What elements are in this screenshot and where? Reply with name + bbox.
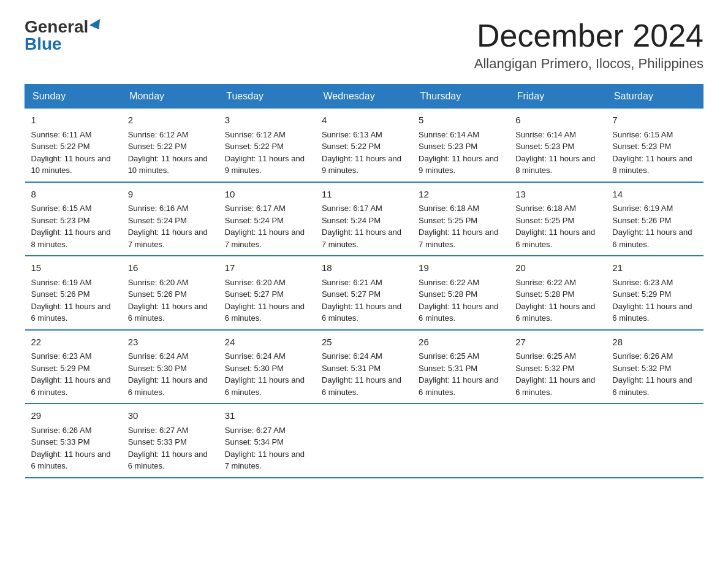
day-info: Sunrise: 6:26 AMSunset: 5:33 PMDaylight:…: [31, 426, 111, 471]
header-thursday: Thursday: [412, 85, 509, 109]
day-number: 4: [322, 113, 406, 128]
calendar-week-row: 8Sunrise: 6:15 AMSunset: 5:23 PMDaylight…: [25, 182, 703, 256]
day-number: 5: [419, 113, 503, 128]
calendar-week-row: 15Sunrise: 6:19 AMSunset: 5:26 PMDayligh…: [25, 256, 703, 330]
calendar-cell: [316, 404, 412, 478]
day-info: Sunrise: 6:24 AMSunset: 5:31 PMDaylight:…: [322, 351, 401, 397]
page-header: General Blue December 2024 Allangigan Pr…: [25, 18, 703, 72]
day-info: Sunrise: 6:17 AMSunset: 5:24 PMDaylight:…: [322, 204, 401, 249]
calendar-cell: 24Sunrise: 6:24 AMSunset: 5:30 PMDayligh…: [219, 330, 316, 404]
day-info: Sunrise: 6:23 AMSunset: 5:29 PMDaylight:…: [31, 351, 111, 397]
day-info: Sunrise: 6:19 AMSunset: 5:26 PMDaylight:…: [31, 278, 111, 323]
day-number: 14: [612, 188, 697, 202]
calendar-cell: 27Sunrise: 6:25 AMSunset: 5:32 PMDayligh…: [509, 330, 606, 404]
day-info: Sunrise: 6:14 AMSunset: 5:23 PMDaylight:…: [515, 130, 595, 175]
calendar-cell: 28Sunrise: 6:26 AMSunset: 5:32 PMDayligh…: [606, 330, 703, 404]
day-number: 6: [515, 113, 600, 128]
day-info: Sunrise: 6:18 AMSunset: 5:25 PMDaylight:…: [515, 204, 595, 249]
main-title: December 2024: [474, 18, 703, 53]
calendar-cell: 11Sunrise: 6:17 AMSunset: 5:24 PMDayligh…: [316, 182, 412, 256]
header-sunday: Sunday: [25, 85, 122, 109]
day-number: 19: [419, 261, 503, 275]
header-friday: Friday: [509, 85, 606, 109]
day-info: Sunrise: 6:24 AMSunset: 5:30 PMDaylight:…: [225, 351, 305, 397]
day-info: Sunrise: 6:26 AMSunset: 5:32 PMDaylight:…: [612, 351, 692, 397]
day-number: 9: [128, 188, 213, 202]
day-number: 17: [225, 261, 309, 275]
calendar-cell: 9Sunrise: 6:16 AMSunset: 5:24 PMDaylight…: [122, 182, 219, 256]
calendar-cell: 13Sunrise: 6:18 AMSunset: 5:25 PMDayligh…: [509, 182, 606, 256]
calendar-cell: 4Sunrise: 6:13 AMSunset: 5:22 PMDaylight…: [316, 109, 412, 182]
calendar-table: SundayMondayTuesdayWednesdayThursdayFrid…: [25, 84, 703, 478]
day-number: 12: [419, 188, 503, 202]
day-info: Sunrise: 6:22 AMSunset: 5:28 PMDaylight:…: [515, 278, 595, 323]
header-tuesday: Tuesday: [219, 85, 316, 109]
header-wednesday: Wednesday: [316, 85, 412, 109]
day-info: Sunrise: 6:19 AMSunset: 5:26 PMDaylight:…: [612, 204, 692, 249]
day-info: Sunrise: 6:20 AMSunset: 5:27 PMDaylight:…: [225, 278, 305, 323]
calendar-cell: 18Sunrise: 6:21 AMSunset: 5:27 PMDayligh…: [316, 256, 412, 330]
header-monday: Monday: [122, 85, 219, 109]
day-info: Sunrise: 6:25 AMSunset: 5:32 PMDaylight:…: [515, 351, 595, 397]
header-saturday: Saturday: [606, 85, 703, 109]
day-number: 1: [31, 113, 116, 128]
calendar-cell: 30Sunrise: 6:27 AMSunset: 5:33 PMDayligh…: [122, 404, 219, 478]
calendar-cell: 3Sunrise: 6:12 AMSunset: 5:22 PMDaylight…: [219, 109, 316, 182]
day-number: 21: [612, 261, 697, 275]
calendar-cell: 5Sunrise: 6:14 AMSunset: 5:23 PMDaylight…: [412, 109, 509, 182]
logo-triangle-icon: [89, 19, 104, 33]
day-info: Sunrise: 6:20 AMSunset: 5:26 PMDaylight:…: [128, 278, 208, 323]
day-number: 10: [225, 188, 309, 202]
day-info: Sunrise: 6:18 AMSunset: 5:25 PMDaylight:…: [419, 204, 498, 249]
calendar-cell: 15Sunrise: 6:19 AMSunset: 5:26 PMDayligh…: [25, 256, 122, 330]
day-number: 24: [225, 335, 309, 350]
calendar-cell: 12Sunrise: 6:18 AMSunset: 5:25 PMDayligh…: [412, 182, 509, 256]
calendar-cell: 14Sunrise: 6:19 AMSunset: 5:26 PMDayligh…: [606, 182, 703, 256]
calendar-cell: 21Sunrise: 6:23 AMSunset: 5:29 PMDayligh…: [606, 256, 703, 330]
calendar-cell: 31Sunrise: 6:27 AMSunset: 5:34 PMDayligh…: [219, 404, 316, 478]
day-number: 23: [128, 335, 213, 350]
day-info: Sunrise: 6:15 AMSunset: 5:23 PMDaylight:…: [612, 130, 692, 175]
calendar-cell: 8Sunrise: 6:15 AMSunset: 5:23 PMDaylight…: [25, 182, 122, 256]
day-number: 2: [128, 113, 213, 128]
day-info: Sunrise: 6:27 AMSunset: 5:34 PMDaylight:…: [225, 426, 305, 471]
day-info: Sunrise: 6:21 AMSunset: 5:27 PMDaylight:…: [322, 278, 401, 323]
day-info: Sunrise: 6:25 AMSunset: 5:31 PMDaylight:…: [419, 351, 498, 397]
day-number: 25: [322, 335, 406, 350]
calendar-cell: 10Sunrise: 6:17 AMSunset: 5:24 PMDayligh…: [219, 182, 316, 256]
calendar-cell: 25Sunrise: 6:24 AMSunset: 5:31 PMDayligh…: [316, 330, 412, 404]
day-number: 8: [31, 188, 116, 202]
calendar-cell: 20Sunrise: 6:22 AMSunset: 5:28 PMDayligh…: [509, 256, 606, 330]
day-number: 15: [31, 261, 116, 275]
title-block: December 2024 Allangigan Primero, Ilocos…: [474, 18, 703, 72]
day-info: Sunrise: 6:17 AMSunset: 5:24 PMDaylight:…: [225, 204, 305, 249]
day-info: Sunrise: 6:24 AMSunset: 5:30 PMDaylight:…: [128, 351, 208, 397]
calendar-week-row: 22Sunrise: 6:23 AMSunset: 5:29 PMDayligh…: [25, 330, 703, 404]
day-info: Sunrise: 6:12 AMSunset: 5:22 PMDaylight:…: [128, 130, 208, 175]
day-number: 20: [515, 261, 600, 275]
calendar-cell: 6Sunrise: 6:14 AMSunset: 5:23 PMDaylight…: [509, 109, 606, 182]
calendar-cell: 17Sunrise: 6:20 AMSunset: 5:27 PMDayligh…: [219, 256, 316, 330]
day-number: 26: [419, 335, 503, 350]
calendar-cell: 19Sunrise: 6:22 AMSunset: 5:28 PMDayligh…: [412, 256, 509, 330]
day-info: Sunrise: 6:23 AMSunset: 5:29 PMDaylight:…: [612, 278, 692, 323]
logo-blue-text: Blue: [25, 36, 62, 53]
day-number: 28: [612, 335, 697, 350]
calendar-cell: [412, 404, 509, 478]
day-number: 18: [322, 261, 406, 275]
calendar-header-row: SundayMondayTuesdayWednesdayThursdayFrid…: [25, 85, 703, 109]
day-info: Sunrise: 6:13 AMSunset: 5:22 PMDaylight:…: [322, 130, 401, 175]
day-info: Sunrise: 6:27 AMSunset: 5:33 PMDaylight:…: [128, 426, 208, 471]
calendar-cell: [509, 404, 606, 478]
calendar-cell: 23Sunrise: 6:24 AMSunset: 5:30 PMDayligh…: [122, 330, 219, 404]
day-number: 31: [225, 409, 309, 423]
location-subtitle: Allangigan Primero, Ilocos, Philippines: [474, 56, 703, 72]
day-info: Sunrise: 6:15 AMSunset: 5:23 PMDaylight:…: [31, 204, 111, 249]
calendar-cell: 16Sunrise: 6:20 AMSunset: 5:26 PMDayligh…: [122, 256, 219, 330]
calendar-week-row: 1Sunrise: 6:11 AMSunset: 5:22 PMDaylight…: [25, 109, 703, 182]
day-number: 3: [225, 113, 309, 128]
day-info: Sunrise: 6:22 AMSunset: 5:28 PMDaylight:…: [419, 278, 498, 323]
day-number: 27: [515, 335, 600, 350]
calendar-week-row: 29Sunrise: 6:26 AMSunset: 5:33 PMDayligh…: [25, 404, 703, 478]
day-number: 13: [515, 188, 600, 202]
